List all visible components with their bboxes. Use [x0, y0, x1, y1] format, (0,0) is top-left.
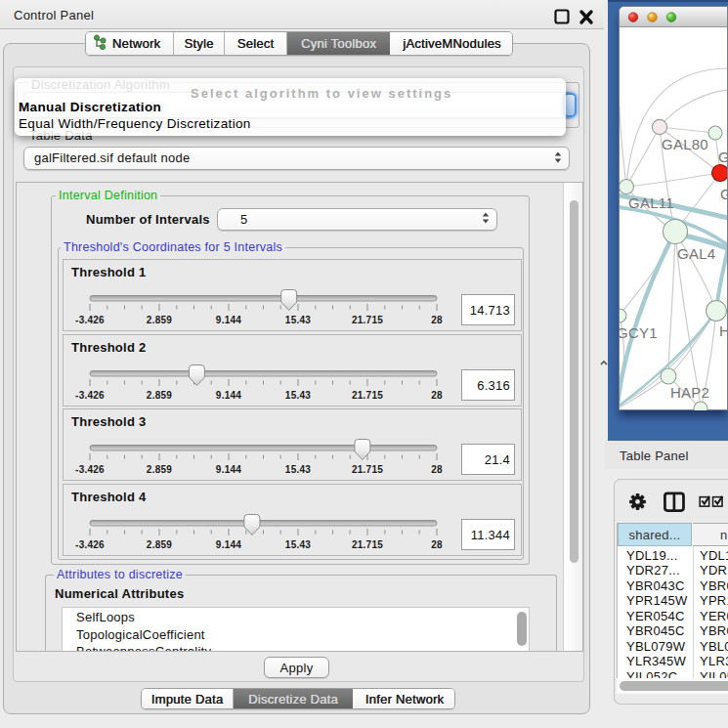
- svg-text:15.43: 15.43: [285, 389, 311, 400]
- svg-text:H: H: [719, 322, 727, 339]
- svg-text:21.715: 21.715: [352, 315, 383, 325]
- svg-text:28: 28: [431, 538, 443, 549]
- svg-text:28: 28: [431, 464, 443, 475]
- svg-text:-3.426: -3.426: [75, 315, 105, 325]
- svg-text:2.859: 2.859: [147, 389, 172, 400]
- svg-text:2.859: 2.859: [147, 464, 172, 475]
- svg-text:9.144: 9.144: [216, 315, 241, 325]
- svg-text:28: 28: [431, 315, 443, 325]
- svg-text:G: G: [720, 186, 727, 202]
- svg-text:21.715: 21.715: [352, 538, 383, 549]
- svg-text:9.144: 9.144: [216, 538, 241, 549]
- svg-text:15.43: 15.43: [285, 315, 311, 325]
- svg-text:2.859: 2.859: [147, 538, 172, 549]
- svg-text:9.144: 9.144: [216, 389, 241, 400]
- svg-text:21.715: 21.715: [352, 464, 383, 475]
- svg-text:HAP2: HAP2: [670, 384, 709, 401]
- svg-text:-3.426: -3.426: [75, 389, 105, 400]
- svg-text:GAL80: GAL80: [662, 136, 708, 152]
- svg-text:9.144: 9.144: [216, 464, 241, 475]
- svg-text:15.43: 15.43: [285, 538, 311, 549]
- svg-text:28: 28: [431, 389, 443, 400]
- svg-text:-3.426: -3.426: [75, 538, 105, 549]
- svg-text:15.43: 15.43: [285, 464, 311, 475]
- svg-text:GCY1: GCY1: [620, 324, 658, 341]
- svg-text:2.859: 2.859: [147, 315, 172, 325]
- svg-text:GAL1: GAL1: [718, 149, 727, 165]
- svg-text:GAL11: GAL11: [628, 194, 674, 211]
- svg-text:GAL4: GAL4: [677, 245, 715, 262]
- svg-text:21.715: 21.715: [352, 389, 383, 400]
- svg-text:-3.426: -3.426: [75, 464, 105, 475]
